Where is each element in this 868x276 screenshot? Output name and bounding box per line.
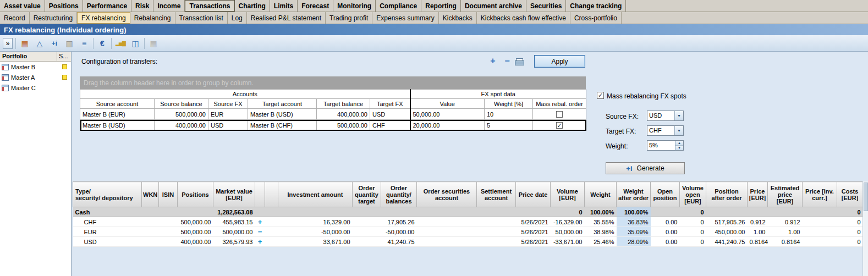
- col-source-balance[interactable]: Source balance: [155, 99, 208, 109]
- subtab-transaction-list[interactable]: Transaction list: [175, 12, 228, 24]
- col-type-security-depository[interactable]: Type/ security/ depository: [73, 182, 142, 207]
- positions-row-chf[interactable]: CHF 500,000.00 455,983.15 + 16,329.00 17…: [73, 217, 863, 227]
- col-price-inv-curr[interactable]: Price [Inv. curr.]: [803, 182, 837, 207]
- subtab-kickbacks-cash-flow-effective[interactable]: Kickbacks cash flow effective: [477, 12, 570, 24]
- col-target-fx[interactable]: Target FX: [370, 99, 410, 109]
- bar-chart-icon[interactable]: ▂▅▇: [114, 37, 127, 49]
- vertical-scrollbar[interactable]: [862, 181, 868, 276]
- col-mass-rebal-order[interactable]: Mass rebal. order: [533, 99, 586, 109]
- tab-charting[interactable]: Charting: [235, 0, 270, 12]
- positions-row-eur[interactable]: EUR 500,000.00 500,000.00 − -50,000.00 -…: [73, 227, 863, 237]
- portfolio-column-header[interactable]: Portfolio: [0, 52, 57, 61]
- col-order-quantity-balances[interactable]: Order quantity/ balances: [381, 182, 417, 207]
- positions-row-cash[interactable]: Cash 1,282,563.08 0 100.00% 100.00% 0: [73, 207, 863, 217]
- col-order-securities-account[interactable]: Order securities account: [417, 182, 477, 207]
- tab-performance[interactable]: Performance: [83, 0, 131, 12]
- col-value[interactable]: Value: [410, 99, 485, 109]
- mass-rebal-order-checkbox[interactable]: ✓: [556, 122, 563, 129]
- col-isin[interactable]: ISIN: [159, 182, 178, 207]
- subtab-realised-pl-statement[interactable]: Realised P&L statement: [247, 12, 326, 24]
- mass-rebalancing-checkbox[interactable]: ✓: [597, 92, 604, 99]
- target-fx-value: CHF: [647, 126, 674, 135]
- remove-transfer-button[interactable]: −: [502, 56, 513, 66]
- tab-risk[interactable]: Risk: [131, 0, 153, 12]
- cell-costs: 0: [837, 217, 863, 227]
- tab-limits[interactable]: Limits: [270, 0, 298, 12]
- tab-compliance[interactable]: Compliance: [376, 0, 421, 12]
- subtab-trading-profit[interactable]: Trading profit: [326, 12, 372, 24]
- weight-spinner[interactable]: 5% ▲ ▼: [647, 140, 684, 151]
- tab-change-tracking[interactable]: Change tracking: [566, 0, 626, 12]
- col-target-account[interactable]: Target account: [248, 99, 317, 109]
- col-price-date[interactable]: Price date: [516, 182, 551, 207]
- subtab-restructuring[interactable]: Restructuring: [30, 12, 77, 24]
- portfolio-grid-icon[interactable]: ▦: [19, 37, 31, 49]
- print-button[interactable]: [515, 58, 524, 65]
- col-volume[interactable]: Volume [EUR]: [551, 182, 585, 207]
- col-volume-open[interactable]: Volume open [EUR]: [680, 182, 706, 207]
- spin-up-icon[interactable]: ▲: [675, 141, 683, 146]
- collapse-panel-button[interactable]: »: [3, 38, 13, 49]
- tab-reporting[interactable]: Reporting: [421, 0, 461, 12]
- transactions-submenu-bar: Record Restructuring FX rebalancing Reba…: [0, 12, 868, 24]
- delta-positions-icon[interactable]: △: [34, 37, 46, 49]
- subtab-log[interactable]: Log: [228, 12, 247, 24]
- transfer-row[interactable]: Master B (USD) 400,000.00 USD Master B (…: [80, 120, 586, 131]
- chevron-down-icon[interactable]: ▼: [674, 126, 683, 135]
- col-settlement-account[interactable]: Settlement account: [477, 182, 516, 207]
- tab-asset-value[interactable]: Asset value: [0, 0, 45, 12]
- add-order-icon[interactable]: +i: [48, 37, 61, 49]
- subtab-record[interactable]: Record: [0, 12, 30, 24]
- cell-order-securities-account: [417, 217, 477, 227]
- col-investment-amount[interactable]: Investment amount: [278, 182, 353, 207]
- tab-monitoring[interactable]: Monitoring: [333, 0, 376, 12]
- cell-position-after-order: 517,905.26: [706, 217, 748, 227]
- tab-income[interactable]: Income: [153, 0, 185, 12]
- mass-rebal-order-checkbox[interactable]: [556, 111, 563, 118]
- col-source-fx[interactable]: Source FX: [208, 99, 248, 109]
- spin-down-icon[interactable]: ▼: [675, 146, 683, 150]
- subtab-fx-rebalancing[interactable]: FX rebalancing: [77, 12, 130, 24]
- subtab-expenses-summary[interactable]: Expenses summary: [372, 12, 438, 24]
- portfolio-item-master-b[interactable]: Master B: [0, 62, 71, 72]
- positions-row-usd[interactable]: USD 400,000.00 326,579.93 + 33,671.00 41…: [73, 237, 863, 247]
- generate-button[interactable]: +i Generate: [606, 162, 685, 174]
- portfolio-item-master-a[interactable]: Master A: [0, 72, 71, 82]
- tab-transactions[interactable]: Transactions: [185, 0, 234, 12]
- target-fx-select[interactable]: CHF ▼: [647, 125, 684, 136]
- euro-currency-icon[interactable]: €: [96, 37, 108, 49]
- col-market-value[interactable]: Market value [EUR]: [213, 182, 255, 207]
- scrollbar-thumb[interactable]: [864, 183, 868, 211]
- col-source-account[interactable]: Source account: [80, 99, 155, 109]
- subtab-rebalancing[interactable]: Rebalancing: [130, 12, 175, 24]
- add-transfer-button[interactable]: +: [487, 56, 498, 66]
- chart-search-icon[interactable]: ◫: [129, 37, 141, 49]
- subtab-kickbacks[interactable]: Kickbacks: [439, 12, 477, 24]
- col-costs[interactable]: Costs [EUR]: [837, 182, 863, 207]
- col-order-quantity-target[interactable]: Order quantity target: [353, 182, 381, 207]
- col-price[interactable]: Price [EUR]: [748, 182, 768, 207]
- chevron-down-icon[interactable]: ▼: [674, 111, 683, 120]
- col-estimated-price[interactable]: Estimated price [EUR]: [768, 182, 803, 207]
- col-open-position[interactable]: Open position: [651, 182, 680, 207]
- portfolio-item-master-c[interactable]: Master C: [0, 82, 71, 93]
- col-wkn[interactable]: WKN: [142, 182, 159, 207]
- tab-forecast[interactable]: Forecast: [298, 0, 333, 12]
- tab-positions[interactable]: Positions: [45, 0, 83, 12]
- cell-market-value: 1,282,563.08: [213, 207, 255, 217]
- status-column-header[interactable]: S...: [57, 52, 71, 61]
- source-fx-select[interactable]: USD ▼: [647, 111, 684, 121]
- filter-sliders-icon[interactable]: ≡: [78, 37, 90, 49]
- col-weight[interactable]: Weight: [585, 182, 617, 207]
- col-weight-pct[interactable]: Weight [%]: [485, 99, 533, 109]
- col-target-balance[interactable]: Target balance: [317, 99, 370, 109]
- transfer-row[interactable]: Master B (EUR) 500,000.00 EUR Master B (…: [80, 109, 586, 120]
- apply-button[interactable]: Apply: [534, 55, 585, 68]
- subtab-cross-portfolio[interactable]: Cross-portfolio: [570, 12, 622, 24]
- tab-document-archive[interactable]: Document archive: [461, 0, 526, 12]
- tab-securities[interactable]: Securities: [526, 0, 566, 12]
- col-weight-after-order[interactable]: Weight after order: [617, 182, 651, 207]
- col-position-after-order[interactable]: Position after order: [706, 182, 748, 207]
- col-positions[interactable]: Positions: [178, 182, 213, 207]
- group-by-drop-zone[interactable]: Drag the column header here in order to …: [80, 76, 586, 89]
